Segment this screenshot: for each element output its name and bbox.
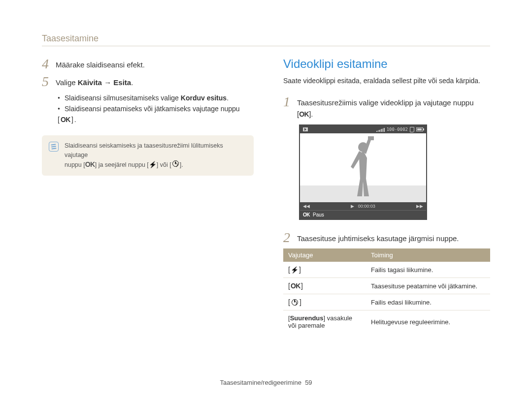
bullet-list: Slaidiseansi silmusesitamiseks valige Ko…	[58, 93, 254, 115]
preview-controls: ◀◀ ▶ 00:00:03 ▶▶	[300, 202, 426, 210]
step-2: 2 Taasesituse juhtimiseks kasutage järgm…	[283, 231, 490, 245]
note-box: Slaidiseansi seiskamiseks ja taasesitusr…	[42, 135, 254, 176]
play-mode-icon	[303, 127, 308, 131]
battery-icon	[416, 127, 423, 131]
ok-icon: OK	[291, 282, 300, 290]
time-display: 00:00:03	[358, 204, 375, 209]
table-row: [Suurendus] vasakule või paremale Helitu…	[283, 310, 490, 334]
paus-label: Paus	[313, 212, 324, 217]
preview-top-bar: 100-0002	[300, 125, 426, 133]
page: Taasesitamine 4 Määrake slaidiseansi efe…	[0, 0, 532, 401]
table-row: [OK] Taasesituse peatamine või jätkamine…	[283, 278, 490, 294]
ok-icon: OK	[61, 116, 70, 123]
forward-icon: ▶▶	[416, 204, 423, 209]
step-number: 5	[42, 75, 56, 89]
intro-text: Saate videoklippi esitada, eraldada sell…	[283, 76, 490, 86]
ok-icon: OK	[85, 160, 95, 168]
step-text: Taasesituse juhtimiseks kasutage järgmis…	[297, 231, 459, 245]
controls-table: Vajutage Toiming [] Failis tagasi liikum…	[283, 248, 490, 333]
zoom-cell: [Suurendus] vasakule või paremale	[283, 310, 366, 334]
step-4: 4 Määrake slaidiseansi efekt.	[42, 57, 254, 71]
svg-rect-1	[368, 136, 374, 140]
bullet-item: Slaidiseansi peatamiseks või jätkamiseks…	[58, 103, 254, 114]
right-column: Videoklipi esitamine Saate videoklippi e…	[283, 57, 490, 333]
note-icon	[49, 142, 59, 152]
section-title: Videoklipi esitamine	[283, 57, 490, 71]
play-icon: ▶	[351, 204, 354, 209]
flash-icon	[149, 161, 157, 168]
rewind-icon: ◀◀	[303, 204, 310, 209]
step-number: 4	[42, 57, 56, 71]
timer-icon	[172, 160, 179, 167]
left-column: 4 Määrake slaidiseansi efekt. 5 Valige K…	[42, 57, 254, 333]
step-text: Taasesitusrežiimis valige videoklipp ja …	[297, 95, 474, 120]
page-footer: Taasesitamine/redigeerimine 59	[0, 379, 532, 386]
step-5: 5 Valige Käivita → Esita.	[42, 75, 254, 89]
preview-body	[300, 133, 426, 202]
silhouette-figure	[329, 133, 398, 202]
step-number: 1	[283, 95, 297, 109]
step-text: Valige Käivita → Esita.	[56, 75, 133, 89]
card-icon	[410, 127, 414, 132]
ok-icon: OK	[299, 110, 309, 118]
ok-line: [OK].	[58, 116, 254, 123]
bullet-item: Slaidiseansi silmusesitamiseks valige Ko…	[58, 93, 254, 103]
step-1: 1 Taasesitusrežiimis valige videoklipp j…	[283, 95, 490, 120]
signal-icon	[376, 127, 385, 132]
flash-icon	[291, 266, 299, 274]
preview-footer: OK Paus	[300, 210, 426, 219]
page-title: Taasesitamine	[42, 33, 490, 46]
table-row: [] Failis tagasi liikumine.	[283, 262, 490, 278]
note-text: Slaidiseansi seiskamiseks ja taasesitusr…	[65, 141, 247, 170]
content-columns: 4 Määrake slaidiseansi efekt. 5 Valige K…	[42, 57, 490, 333]
col-header-action: Toiming	[366, 248, 490, 262]
video-preview: 100-0002	[299, 124, 427, 220]
col-header-press: Vajutage	[283, 248, 366, 262]
step-text: Määrake slaidiseansi efekt.	[56, 57, 145, 71]
timer-icon	[292, 299, 298, 306]
file-counter: 100-0002	[387, 127, 408, 132]
table-row: [] Failis edasi liikumine.	[283, 294, 490, 310]
step-number: 2	[283, 231, 297, 245]
ok-icon: OK	[303, 212, 310, 217]
